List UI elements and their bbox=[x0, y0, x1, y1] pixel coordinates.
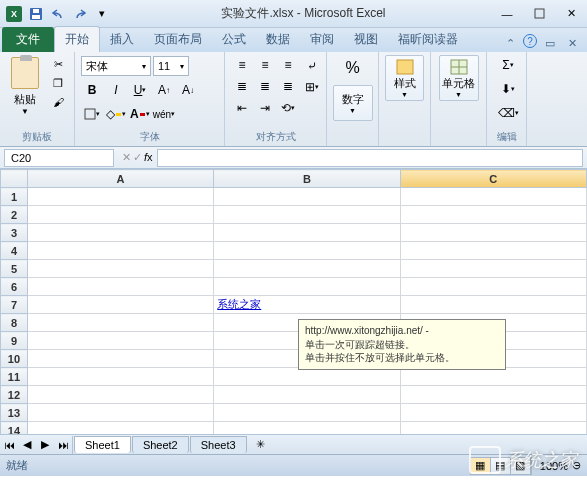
page-layout-view-icon[interactable]: ▤ bbox=[491, 458, 511, 474]
fill-color-button[interactable]: ◇▾ bbox=[105, 104, 127, 124]
align-center-icon[interactable]: ≣ bbox=[254, 76, 276, 96]
row-header[interactable]: 9 bbox=[1, 332, 28, 350]
italic-button[interactable]: I bbox=[105, 80, 127, 100]
autosum-icon[interactable]: Σ▾ bbox=[493, 55, 523, 75]
tab-insert[interactable]: 插入 bbox=[100, 27, 144, 52]
styles-button[interactable]: 样式▼ bbox=[385, 55, 424, 101]
qat-customize-icon[interactable]: ▾ bbox=[92, 4, 112, 24]
number-format-button[interactable]: 数字▼ bbox=[333, 85, 373, 121]
cell[interactable] bbox=[214, 188, 400, 206]
phonetic-button[interactable]: wén▾ bbox=[153, 104, 175, 124]
row-header[interactable]: 10 bbox=[1, 350, 28, 368]
cell[interactable] bbox=[214, 386, 400, 404]
maximize-button[interactable] bbox=[523, 2, 555, 26]
doc-close-icon[interactable]: ✕ bbox=[563, 34, 581, 52]
row-header[interactable]: 2 bbox=[1, 206, 28, 224]
fx-icon[interactable]: fx bbox=[144, 151, 153, 164]
minimize-button[interactable]: — bbox=[491, 2, 523, 26]
cell[interactable] bbox=[27, 332, 213, 350]
sheet-tab-3[interactable]: Sheet3 bbox=[190, 436, 247, 453]
cell[interactable] bbox=[214, 260, 400, 278]
orientation-icon[interactable]: ⟲▾ bbox=[277, 98, 299, 118]
cell[interactable] bbox=[27, 206, 213, 224]
format-painter-icon[interactable]: 🖌 bbox=[48, 93, 68, 111]
font-size-combo[interactable]: 11▾ bbox=[153, 56, 189, 76]
increase-indent-icon[interactable]: ⇥ bbox=[254, 98, 276, 118]
tab-foxit[interactable]: 福昕阅读器 bbox=[388, 27, 468, 52]
excel-app-icon[interactable]: X bbox=[4, 4, 24, 24]
formula-bar[interactable] bbox=[157, 149, 583, 167]
normal-view-icon[interactable]: ▦ bbox=[471, 458, 491, 474]
cell[interactable] bbox=[400, 422, 586, 435]
merge-cells-icon[interactable]: ⊞▾ bbox=[302, 77, 322, 97]
cell[interactable] bbox=[27, 422, 213, 435]
row-header[interactable]: 7 bbox=[1, 296, 28, 314]
cell[interactable] bbox=[27, 242, 213, 260]
row-header[interactable]: 14 bbox=[1, 422, 28, 435]
align-top-icon[interactable]: ≡ bbox=[231, 55, 253, 75]
row-header[interactable]: 8 bbox=[1, 314, 28, 332]
align-left-icon[interactable]: ≣ bbox=[231, 76, 253, 96]
cell[interactable] bbox=[27, 368, 213, 386]
cell[interactable] bbox=[400, 296, 586, 314]
col-header-C[interactable]: C bbox=[400, 170, 586, 188]
cell[interactable] bbox=[214, 242, 400, 260]
cell[interactable] bbox=[214, 404, 400, 422]
cell[interactable] bbox=[400, 188, 586, 206]
cell[interactable] bbox=[27, 296, 213, 314]
tab-formulas[interactable]: 公式 bbox=[212, 27, 256, 52]
col-header-A[interactable]: A bbox=[27, 170, 213, 188]
cell[interactable] bbox=[400, 224, 586, 242]
save-icon[interactable] bbox=[26, 4, 46, 24]
cell[interactable] bbox=[214, 206, 400, 224]
hyperlink-cell[interactable]: 系统之家 bbox=[217, 298, 261, 310]
row-header[interactable]: 5 bbox=[1, 260, 28, 278]
fill-icon[interactable]: ⬇▾ bbox=[493, 79, 523, 99]
cell[interactable] bbox=[400, 386, 586, 404]
align-right-icon[interactable]: ≣ bbox=[277, 76, 299, 96]
zoom-out-icon[interactable]: ⊖ bbox=[572, 459, 581, 472]
row-header[interactable]: 6 bbox=[1, 278, 28, 296]
cell[interactable] bbox=[27, 404, 213, 422]
tab-data[interactable]: 数据 bbox=[256, 27, 300, 52]
underline-button[interactable]: U▾ bbox=[129, 80, 151, 100]
cells-button[interactable]: 单元格▼ bbox=[439, 55, 479, 101]
tab-page-layout[interactable]: 页面布局 bbox=[144, 27, 212, 52]
decrease-indent-icon[interactable]: ⇤ bbox=[231, 98, 253, 118]
cell[interactable] bbox=[400, 368, 586, 386]
cancel-formula-icon[interactable]: ✕ bbox=[122, 151, 131, 164]
row-header[interactable]: 12 bbox=[1, 386, 28, 404]
zoom-level[interactable]: 100% bbox=[540, 460, 568, 472]
ribbon-options-icon[interactable]: ▭ bbox=[541, 34, 559, 52]
cell[interactable] bbox=[27, 278, 213, 296]
cell[interactable] bbox=[27, 260, 213, 278]
border-button[interactable]: ▾ bbox=[81, 104, 103, 124]
cell[interactable] bbox=[27, 224, 213, 242]
sheet-nav-prev-icon[interactable]: ◀ bbox=[18, 436, 36, 454]
cut-icon[interactable]: ✂ bbox=[48, 55, 68, 73]
sheet-tab-1[interactable]: Sheet1 bbox=[74, 436, 131, 453]
redo-icon[interactable] bbox=[70, 4, 90, 24]
wrap-text-icon[interactable]: ⤶ bbox=[302, 56, 322, 76]
cell[interactable] bbox=[214, 422, 400, 435]
row-header[interactable]: 13 bbox=[1, 404, 28, 422]
enter-formula-icon[interactable]: ✓ bbox=[133, 151, 142, 164]
row-header[interactable]: 11 bbox=[1, 368, 28, 386]
cell[interactable] bbox=[27, 188, 213, 206]
page-break-view-icon[interactable]: ▧ bbox=[511, 458, 531, 474]
tab-view[interactable]: 视图 bbox=[344, 27, 388, 52]
cell[interactable] bbox=[400, 206, 586, 224]
close-button[interactable]: ✕ bbox=[555, 2, 587, 26]
select-all-corner[interactable] bbox=[1, 170, 28, 188]
align-bottom-icon[interactable]: ≡ bbox=[277, 55, 299, 75]
cell[interactable] bbox=[400, 260, 586, 278]
cell[interactable] bbox=[400, 404, 586, 422]
cell[interactable] bbox=[27, 350, 213, 368]
row-header[interactable]: 1 bbox=[1, 188, 28, 206]
shrink-font-button[interactable]: A↓ bbox=[177, 80, 199, 100]
row-header[interactable]: 4 bbox=[1, 242, 28, 260]
font-color-button[interactable]: A▾ bbox=[129, 104, 151, 124]
cell[interactable] bbox=[214, 278, 400, 296]
col-header-B[interactable]: B bbox=[214, 170, 400, 188]
help-icon[interactable]: ? bbox=[523, 34, 537, 48]
